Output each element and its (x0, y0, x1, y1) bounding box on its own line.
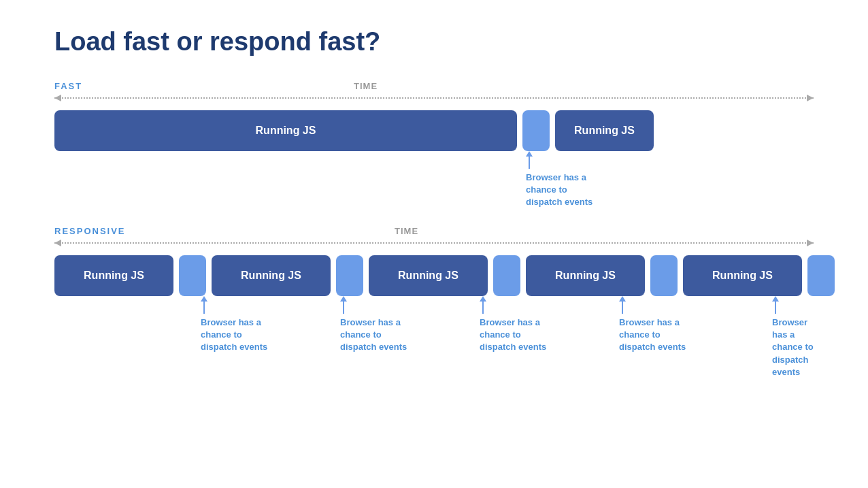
resp-ann2-text: Browser has a chance to dispatch events (340, 316, 407, 354)
fast-js-block-small (522, 110, 550, 151)
resp-annotation-2: Browser has a chance to dispatch events (340, 296, 407, 354)
resp-ann4-line (622, 302, 623, 314)
fast-annotation: Browser has a chance to dispatch events (526, 151, 592, 209)
responsive-section-labels: RESPONSIVE TIME (54, 226, 814, 236)
fast-section-labels: FAST TIME (54, 81, 814, 91)
resp-ann4-head (619, 296, 626, 302)
responsive-time-label: TIME (395, 226, 418, 236)
responsive-label: RESPONSIVE (54, 226, 126, 236)
fast-js-block-2: Running JS (555, 110, 654, 151)
resp-js-block-4: Running JS (526, 255, 645, 296)
fast-annotation-container: Browser has a chance to dispatch events (54, 151, 814, 212)
fast-annotation-text: Browser has a chance to dispatch events (526, 172, 592, 209)
resp-js-block-3: Running JS (369, 255, 488, 296)
resp-ann2-head (340, 296, 347, 302)
fast-arrow-head (807, 95, 814, 101)
resp-ann1-head (201, 296, 207, 302)
resp-ann4-arrow (619, 296, 626, 314)
resp-small-1 (179, 255, 206, 296)
fast-js-block-1: Running JS (54, 110, 517, 151)
fast-time-label: TIME (354, 81, 378, 91)
resp-annotation-5: Browser has a chance to dispatch events (772, 296, 814, 378)
fast-label: FAST (54, 81, 82, 91)
resp-small-4 (650, 255, 678, 296)
fast-section: FAST TIME Running JS Running JS Browser … (54, 81, 814, 212)
fast-blocks-row: Running JS Running JS (54, 110, 814, 151)
resp-small-3 (493, 255, 520, 296)
resp-ann2-arrow (340, 296, 347, 314)
responsive-blocks-row: Running JS Running JS Running JS Running… (54, 255, 814, 296)
fast-annotation-arrow (526, 151, 533, 169)
fast-arrow-up-line (529, 157, 530, 169)
resp-ann1-line (203, 302, 205, 314)
resp-ann3-arrow (480, 296, 486, 314)
resp-js-block-5: Running JS (683, 255, 802, 296)
resp-ann5-text: Browser has a chance to dispatch events (772, 316, 814, 378)
resp-small-5 (807, 255, 835, 296)
resp-ann1-arrow (201, 296, 207, 314)
responsive-section: RESPONSIVE TIME Running JS Running JS Ru… (54, 226, 814, 357)
resp-ann3-text: Browser has a chance to dispatch events (480, 316, 546, 354)
resp-js-block-1: Running JS (54, 255, 173, 296)
resp-ann4-text: Browser has a chance to dispatch events (619, 316, 686, 354)
resp-ann5-arrow (772, 296, 779, 314)
responsive-arrow-head (807, 240, 814, 246)
resp-ann3-head (480, 296, 486, 302)
resp-annotation-1: Browser has a chance to dispatch events (201, 296, 267, 354)
resp-annotation-3: Browser has a chance to dispatch events (480, 296, 546, 354)
resp-ann2-line (343, 302, 344, 314)
page-title: Load fast or respond fast? (54, 27, 814, 56)
resp-ann1-text: Browser has a chance to dispatch events (201, 316, 267, 354)
fast-arrow-line (54, 97, 814, 99)
fast-arrow-up-head (526, 151, 533, 157)
resp-small-2 (336, 255, 363, 296)
responsive-timeline-arrow (54, 238, 814, 248)
resp-ann5-head (772, 296, 779, 302)
resp-ann5-line (775, 302, 776, 314)
responsive-annotations: Browser has a chance to dispatch events … (54, 296, 814, 357)
resp-ann3-line (482, 302, 484, 314)
resp-annotation-4: Browser has a chance to dispatch events (619, 296, 686, 354)
fast-timeline-arrow (54, 93, 814, 103)
responsive-arrow-line (54, 242, 814, 244)
resp-js-block-2: Running JS (212, 255, 331, 296)
